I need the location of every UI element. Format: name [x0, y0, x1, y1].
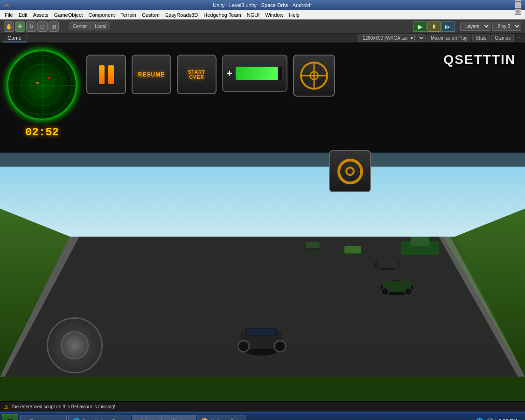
menu-item-assets[interactable]: Assets	[30, 11, 51, 19]
title-controls: ─ □ ✕	[515, 0, 521, 15]
rotate-tool[interactable]: ↻	[26, 21, 36, 32]
move-tool[interactable]: ✜	[15, 21, 25, 32]
menu-item-gameobject[interactable]: GameObject	[51, 11, 86, 19]
hand-tool[interactable]: ✋	[4, 21, 14, 32]
radar-dot-2	[48, 77, 50, 79]
gear-ring	[337, 159, 363, 184]
menu-item-custom[interactable]: Custom	[139, 11, 162, 19]
settings-button[interactable]	[329, 150, 371, 192]
network-tray-icon[interactable]: 🌐	[476, 418, 483, 420]
game-ui: QSETTTIN 02:52	[0, 43, 525, 401]
health-plus-icon: +	[227, 68, 232, 79]
taskbar-item-paint[interactable]: 🎨 Untitled - Paint	[197, 415, 246, 420]
editor-area: Game 1280x800 (WXGA Lar ▼) Maximize on P…	[0, 34, 525, 401]
status-bar: ⚠ The referenced script on this Behaviou…	[0, 401, 525, 412]
target-button[interactable]	[293, 55, 335, 97]
play-controls: ▶ ⏸ ⏭	[413, 21, 455, 32]
window-icon: 🎮	[4, 2, 10, 8]
warning-icon: ⚠	[4, 404, 9, 410]
start-button[interactable]: ⊞	[2, 414, 18, 420]
game-panel-controls: 1280x800 (WXGA Lar ▼) Maximize on Play S…	[358, 34, 522, 42]
maximize-on-play-button[interactable]: Maximize on Play	[427, 35, 470, 42]
hud-buttons: RESUME STARTOVER +	[82, 48, 340, 104]
menu-item-help[interactable]: Help	[286, 11, 302, 19]
start-over-button[interactable]: STARTOVER	[177, 55, 217, 94]
timer-display: 02:52	[25, 126, 59, 139]
health-bar-background	[235, 66, 283, 80]
panel-menu-button[interactable]: ≡	[516, 35, 522, 41]
taskbar-item-browser[interactable]: 🌐 Store Listing - Turn ...	[68, 415, 131, 420]
system-clock: 2:32 PM	[495, 418, 520, 420]
taskbar-item-itunes[interactable]: ♪ iTunes	[20, 415, 67, 420]
crosshair-circle	[300, 62, 328, 90]
menu-item-window[interactable]: Window	[262, 11, 286, 19]
windows-icon: ⊞	[7, 417, 13, 420]
taskbar-item-unity[interactable]: 🎮 Unity - Level3.unity ...	[133, 415, 196, 420]
resume-text: RESUME	[138, 71, 165, 78]
radar: 02:52	[7, 50, 77, 120]
maximize-button[interactable]: □	[515, 2, 521, 8]
local-button[interactable]: Local	[91, 23, 110, 30]
game-viewport: QSETTTIN 02:52	[0, 43, 525, 401]
health-bar-fill	[236, 67, 278, 80]
pause-bar-right	[108, 65, 114, 84]
crosshair-v	[314, 63, 315, 88]
toolbar: ✋ ✜ ↻ ⊡ ⊞ Center Local ▶ ⏸ ⏭ Layers 2 by…	[0, 20, 525, 34]
gear-icon	[336, 157, 364, 185]
menu-bar: FileEditAssetsGameObjectComponentTerrain…	[0, 10, 525, 20]
radar-circle	[7, 50, 77, 120]
layers-dropdown[interactable]: Layers	[460, 22, 490, 31]
layout-dropdown[interactable]: 2 by 3	[492, 22, 521, 31]
pause-button[interactable]: ⏸	[427, 21, 441, 32]
unity-icon: 🎮	[137, 418, 145, 420]
layout-controls: Layers 2 by 3	[460, 22, 521, 31]
hud-second-row	[327, 104, 371, 192]
menu-item-hedgehog team[interactable]: Hedgehog Team	[201, 11, 244, 19]
taskbar: ⊞ ♪ iTunes 🌐 Store Listing - Turn ... 🎮 …	[0, 412, 525, 420]
title-bar: 🎮 Unity - Level3.unity - Space Orbs - An…	[0, 0, 525, 10]
gear-inner	[345, 167, 355, 176]
volume-tray-icon[interactable]: 🔊	[485, 418, 493, 420]
rect-tool[interactable]: ⊞	[49, 21, 59, 32]
pivot-controls: Center Local	[69, 22, 110, 30]
pause-bar-left	[99, 65, 105, 84]
game-tab[interactable]: Game	[3, 34, 27, 42]
start-over-text: STARTOVER	[188, 70, 206, 80]
transform-tools: ✋ ✜ ↻ ⊡ ⊞	[4, 21, 62, 32]
pause-icon	[99, 65, 114, 84]
game-panel-header: Game 1280x800 (WXGA Lar ▼) Maximize on P…	[0, 34, 525, 43]
step-button[interactable]: ⏭	[441, 21, 455, 32]
menu-item-easyroads3d[interactable]: EasyRoads3D	[162, 11, 201, 19]
play-button[interactable]: ▶	[413, 21, 427, 32]
close-button[interactable]: ✕	[515, 8, 521, 15]
paint-icon: 🎨	[201, 418, 209, 420]
pause-button[interactable]	[86, 55, 126, 94]
status-text: The referenced script on this Behaviour …	[11, 404, 115, 409]
itunes-icon: ♪	[24, 418, 28, 420]
taskbar-items: ♪ iTunes 🌐 Store Listing - Turn ... 🎮 Un…	[20, 415, 473, 420]
center-button[interactable]: Center	[69, 23, 91, 30]
menu-item-terrain[interactable]: Terrain	[118, 11, 139, 19]
stats-button[interactable]: Stats	[472, 35, 490, 42]
radar-sweep	[42, 85, 76, 85]
menu-item-file[interactable]: File	[2, 11, 16, 19]
menu-item-ngui[interactable]: NGUI	[244, 11, 263, 19]
resolution-selector[interactable]: 1280x800 (WXGA Lar ▼)	[358, 34, 426, 42]
menu-item-component[interactable]: Component	[85, 11, 118, 19]
health-bar-container: +	[222, 55, 287, 92]
browser-icon: 🌐	[72, 418, 80, 420]
menu-item-edit[interactable]: Edit	[16, 11, 30, 19]
scale-tool[interactable]: ⊡	[37, 21, 48, 32]
resume-button[interactable]: RESUME	[132, 55, 171, 94]
gizmos-button[interactable]: Gizmos	[491, 35, 514, 42]
qsettings-text: QSETTTIN	[444, 52, 516, 67]
system-tray: 🌐 🔊 2:32 PM	[473, 418, 523, 420]
title-text: Unity - Level3.unity - Space Orbs - Andr…	[213, 2, 312, 8]
